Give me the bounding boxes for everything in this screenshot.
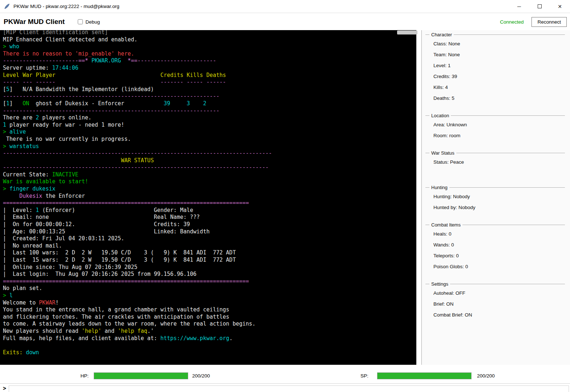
header-toolbar: PKWar MUD Client Debug Connected Reconne… bbox=[0, 13, 570, 30]
terminal-line: | Online since: Thu Aug 07 20:16:39 2025 bbox=[3, 264, 416, 271]
sp-progressbar bbox=[377, 372, 472, 379]
terminal-line: There is no war currently in progress. bbox=[3, 136, 416, 143]
hp-label: HP: bbox=[71, 373, 89, 379]
terminal-line: [5] N/A Bandwidth the Implementor (linkd… bbox=[3, 86, 416, 93]
terminal-line: | Created: Fri Jul 04 20:03:11 2025. bbox=[3, 235, 416, 242]
stat-item: Deaths: 5 bbox=[425, 93, 565, 104]
debug-checkbox[interactable] bbox=[78, 19, 83, 24]
terminal-line: There is no reason to 'mip_enable' here. bbox=[3, 50, 416, 58]
terminal-line: Dukesix the Enforcer bbox=[3, 193, 416, 200]
panel-character: CharacterClass: NoneTeam: NoneLevel: 1Cr… bbox=[425, 34, 565, 105]
stat-item: Team: None bbox=[425, 49, 565, 60]
terminal-line: Level War Player Credits Kills Deaths bbox=[3, 72, 416, 79]
stat-item: Combat Brief: ON bbox=[425, 310, 565, 320]
sp-progressbar-fill bbox=[377, 373, 471, 379]
stat-item: Heals: 0 bbox=[425, 229, 565, 240]
close-button[interactable]: ✕ bbox=[550, 0, 570, 13]
stat-item: Area: Unknown bbox=[425, 119, 565, 130]
scrollbar-thumb[interactable] bbox=[397, 30, 417, 34]
terminal-output[interactable]: [MIP Client identification sent]MIP Enha… bbox=[0, 30, 416, 365]
stat-item: Status: Peace bbox=[425, 157, 565, 168]
terminal-line: ----------------------------------------… bbox=[3, 93, 416, 100]
terminal-line: [MIP Client identification sent] bbox=[3, 30, 416, 36]
stat-item: Hunting: Nobody bbox=[425, 191, 565, 202]
sp-value: 200/200 bbox=[477, 373, 495, 379]
bottom-status-bar: HP: 200/200 SP: 200/200 > bbox=[0, 365, 570, 392]
panel-settings: SettingsAutoheal: OFFBrief: ONCombat Bri… bbox=[425, 284, 565, 321]
terminal-line: > l bbox=[3, 292, 416, 299]
terminal-line: > who bbox=[3, 43, 416, 50]
terminal-line: War is available to start! bbox=[3, 178, 416, 185]
terminal-line: There are 2 players online. bbox=[3, 114, 416, 122]
panel-title-settings: Settings bbox=[429, 281, 450, 287]
terminal-line: to come. A stairway leads down to the wa… bbox=[3, 320, 416, 328]
terminal-line: Full maps, help files, and client availa… bbox=[3, 335, 416, 342]
panel-location: LocationArea: UnknownRoom: room bbox=[425, 115, 565, 142]
panel-title-combat-items: Combat Items bbox=[429, 222, 462, 228]
sidebar: CharacterClass: NoneTeam: NoneLevel: 1Cr… bbox=[422, 30, 570, 365]
terminal-line: > warstatus bbox=[3, 143, 416, 150]
stat-item: Class: None bbox=[425, 38, 565, 49]
minimize-button[interactable]: ─ bbox=[509, 0, 529, 13]
stat-item: Hunted by: Nobody bbox=[425, 202, 565, 213]
stat-item: Credits: 39 bbox=[425, 71, 565, 82]
stat-item: Brief: ON bbox=[425, 299, 565, 310]
debug-label: Debug bbox=[85, 19, 100, 25]
window-controls: ─ ✕ bbox=[509, 0, 570, 13]
terminal-line: Server uptime: 17:44:06 bbox=[3, 65, 416, 72]
panel-combat-items: Combat ItemsHeals: 0Wands: 0Teleports: 0… bbox=[425, 225, 565, 273]
terminal-line: [1] ON ghost of Dukesix - Enforcer 39 3 … bbox=[3, 100, 416, 107]
feather-app-icon bbox=[4, 3, 10, 10]
terminal-line: ========================================… bbox=[3, 200, 416, 207]
terminal-line: | Last 100 wars: 2 D 2 W 19.50 C/D 3 ( 9… bbox=[3, 249, 416, 257]
stat-item: Room: room bbox=[425, 130, 565, 141]
stat-item: Poison Globs: 0 bbox=[425, 261, 565, 272]
reconnect-button[interactable]: Reconnect bbox=[531, 17, 567, 27]
maximize-button[interactable] bbox=[529, 0, 550, 13]
terminal-line: 1 player ready for war - need 1 more! bbox=[3, 122, 416, 129]
terminal-line: > finger dukesix bbox=[3, 185, 416, 193]
hp-progressbar bbox=[94, 372, 188, 379]
stat-item: Kills: 4 bbox=[425, 82, 565, 93]
command-input-row: > bbox=[0, 383, 570, 392]
terminal-line: | Last 15 wars: 2 D 2 W 19.50 C/D 3 ( 9)… bbox=[3, 257, 416, 264]
stat-item: Wands: 0 bbox=[425, 240, 565, 250]
sp-label: SP: bbox=[351, 373, 368, 379]
panel-title-location: Location bbox=[429, 113, 451, 118]
hp-value: 200/200 bbox=[192, 373, 210, 379]
panel-war-status: War StatusStatus: Peace bbox=[425, 153, 565, 176]
maximize-icon bbox=[538, 4, 542, 8]
command-prompt: > bbox=[3, 385, 6, 391]
terminal-line: New players should read 'help' and 'help… bbox=[3, 328, 416, 335]
terminal-line: ----- --- ------ ------- ----- ------ bbox=[3, 79, 416, 86]
terminal-line: WAR STATUS bbox=[3, 157, 416, 164]
panel-title-hunting: Hunting bbox=[429, 185, 449, 190]
terminal-line: | Age: 00:00:13:25 Linked: Bandwidth bbox=[3, 228, 416, 236]
titlebar: PKWar MUD - pkwar.org:2222 - mud@pkwar.o… bbox=[0, 0, 570, 13]
terminal-line: | No unread mail. bbox=[3, 242, 416, 250]
terminal-line bbox=[3, 342, 416, 349]
terminal-line: ----------------------------------------… bbox=[3, 164, 416, 171]
terminal-line: MIP Enhanced Client detected and enabled… bbox=[3, 36, 416, 44]
panel-title-character: Character bbox=[429, 32, 454, 37]
terminal-line: Welcome to PKWAR! bbox=[3, 299, 416, 307]
panel-title-war-status: War Status bbox=[429, 150, 456, 156]
terminal-line: -----------------------==* PKWAR.ORG *==… bbox=[3, 57, 416, 65]
sidebar-panels: CharacterClass: NoneTeam: NoneLevel: 1Cr… bbox=[425, 34, 565, 321]
terminal-line: ----------------------------------------… bbox=[3, 150, 416, 157]
debug-toggle[interactable]: Debug bbox=[78, 19, 100, 25]
connection-status: Connected bbox=[500, 19, 523, 25]
terminal-line: | Last login: Thu Aug 07 20:16:26 2025 f… bbox=[3, 271, 416, 278]
window-title: PKWar MUD - pkwar.org:2222 - mud@pkwar.o… bbox=[13, 4, 120, 9]
terminal-line: No plan set. bbox=[3, 285, 416, 292]
terminal-line: ----------------------------------------… bbox=[3, 107, 416, 115]
panel-hunting: HuntingHunting: NobodyHunted by: Nobody bbox=[425, 187, 565, 214]
stat-item: Teleports: 0 bbox=[425, 250, 565, 261]
terminal-line: | Level: 1 (Enforcer) Gender: Male bbox=[3, 207, 416, 214]
command-input[interactable] bbox=[9, 385, 569, 392]
terminal-line: | Email: none Real Name: ??? bbox=[3, 214, 416, 221]
hp-progressbar-fill bbox=[94, 373, 188, 379]
terminal-line: and flickering torches. The air crackles… bbox=[3, 314, 416, 321]
terminal-line: Exits: down bbox=[3, 349, 416, 356]
stat-item: Autoheal: OFF bbox=[425, 288, 565, 299]
